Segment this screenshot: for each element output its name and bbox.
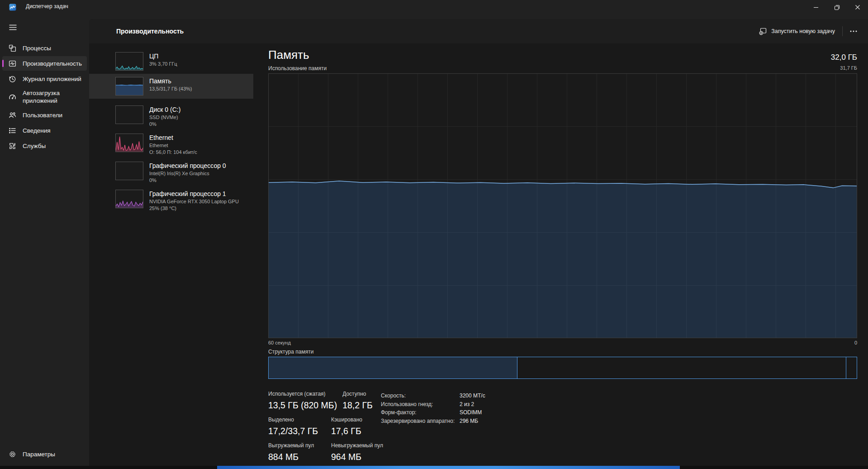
device-name: Диск 0 (C:) xyxy=(149,105,180,114)
device-name: ЦП xyxy=(149,52,177,60)
minimize-icon xyxy=(813,5,819,10)
sidebar-item-details[interactable]: Сведения xyxy=(2,123,87,138)
memory-usage-label: Использование памяти xyxy=(268,65,327,72)
x-axis-right-label: 0 xyxy=(854,340,857,345)
more-options-icon xyxy=(850,30,857,32)
processes-icon xyxy=(9,44,16,52)
device-detail: 0% xyxy=(149,121,180,127)
performance-icon xyxy=(9,60,16,67)
memory-hardware-info: Скорость: 3200 МТ/с Использовано гнезд: … xyxy=(381,392,485,425)
device-detail: 3% 3,70 ГГц xyxy=(149,61,177,67)
device-name: Память xyxy=(149,77,192,85)
sidebar-item-label: Журнал приложений xyxy=(23,75,81,83)
memory-panel: Память 32,0 ГБ Использование памяти 31,7… xyxy=(268,43,857,466)
sidebar: Процессы Производительность Журнал прило… xyxy=(0,14,89,466)
minimize-button[interactable] xyxy=(806,0,826,14)
memory-scale-max: 31,7 ГБ xyxy=(840,65,857,72)
stat-paged-pool: Выгружаемый пул 884 МБ xyxy=(268,442,331,463)
sidebar-item-label: Процессы xyxy=(23,44,51,52)
device-detail: 25% (38 °C) xyxy=(149,205,239,211)
device-detail: 13,5/31,7 ГБ (43%) xyxy=(149,86,192,92)
stat-cached: Кэшировано 17,6 ГБ xyxy=(331,416,362,437)
device-name: Ethernet xyxy=(149,134,197,142)
header-divider xyxy=(842,26,843,36)
sidebar-item-label: Службы xyxy=(23,142,46,150)
composition-segment-free xyxy=(846,357,857,378)
restore-icon xyxy=(834,5,840,10)
sidebar-item-label: Производительность xyxy=(23,60,82,67)
device-item-gpu0[interactable]: Графический процессор 0 Intel(R) Iris(R)… xyxy=(89,158,253,187)
device-detail: SSD (NVMe) xyxy=(149,114,180,120)
menu-button[interactable] xyxy=(5,20,21,34)
device-item-ethernet[interactable]: Ethernet Ethernet О: 56,0 П: 104 кбит/с xyxy=(89,130,253,158)
memory-title: Память xyxy=(268,48,309,62)
device-detail: NVIDIA GeForce RTX 3050 Laptop GPU xyxy=(149,198,239,205)
device-detail: 0% xyxy=(149,177,226,183)
close-icon xyxy=(855,5,860,10)
app-icon xyxy=(9,4,16,11)
memory-total-capacity: 32,0 ГБ xyxy=(831,53,857,62)
page-header: Производительность Запустить новую задач… xyxy=(89,19,868,43)
stat-in-use: Используется (сжатая) 13,5 ГБ (820 МБ) xyxy=(268,391,342,412)
device-item-gpu1[interactable]: Графический процессор 1 NVIDIA GeForce R… xyxy=(89,187,253,215)
cpu-sparkline xyxy=(115,52,143,71)
device-detail: Intel(R) Iris(R) Xe Graphics xyxy=(149,170,226,177)
sidebar-item-settings[interactable]: Параметры xyxy=(2,447,87,461)
services-icon xyxy=(9,142,16,150)
sidebar-item-label: Пользователи xyxy=(23,111,62,119)
sidebar-footer: Параметры xyxy=(0,446,89,462)
ethernet-sparkline xyxy=(115,134,143,152)
stat-committed: Выделено 17,2/33,7 ГБ xyxy=(268,416,331,437)
titlebar: Диспетчер задач xyxy=(0,0,868,14)
sidebar-item-label: Сведения xyxy=(23,127,51,134)
sidebar-nav: Процессы Производительность Журнал прило… xyxy=(0,40,89,154)
users-icon xyxy=(9,111,16,119)
new-task-icon xyxy=(759,28,767,35)
device-item-cpu[interactable]: ЦП 3% 3,70 ГГц xyxy=(89,49,253,74)
sidebar-item-label: Автозагрузка приложений xyxy=(23,89,72,105)
x-axis-left-label: 60 секунд xyxy=(268,340,291,345)
page-title: Производительность xyxy=(116,28,184,35)
memory-composition-label: Структура памяти xyxy=(268,349,857,355)
device-item-memory[interactable]: Память 13,5/31,7 ГБ (43%) xyxy=(89,74,253,99)
memory-stats: Используется (сжатая) 13,5 ГБ (820 МБ) Д… xyxy=(268,391,857,463)
sidebar-item-users[interactable]: Пользователи xyxy=(2,108,87,122)
close-button[interactable] xyxy=(847,0,868,14)
device-list: ЦП 3% 3,70 ГГц Память 13,5/31,7 ГБ (43%)… xyxy=(89,49,253,215)
window-controls xyxy=(806,0,868,14)
task-manager-window: Диспетчер задач Процессы xyxy=(0,0,868,466)
disk-sparkline xyxy=(115,105,143,124)
device-detail: О: 56,0 П: 104 кбит/с xyxy=(149,149,197,155)
device-name: Графический процессор 1 xyxy=(149,190,239,198)
details-icon xyxy=(9,127,16,134)
menu-icon xyxy=(9,24,17,30)
stat-non-paged-pool: Невыгружаемый пул 964 МБ xyxy=(331,442,383,463)
content-panel: Производительность Запустить новую задач… xyxy=(89,19,868,466)
sidebar-footer-label: Параметры xyxy=(23,450,55,458)
device-detail: Ethernet xyxy=(149,142,197,148)
composition-segment-in-use xyxy=(269,357,517,378)
sidebar-item-app-history[interactable]: Журнал приложений xyxy=(2,72,87,86)
window-title: Диспетчер задач xyxy=(26,3,68,10)
device-item-disk0[interactable]: Диск 0 (C:) SSD (NVMe) 0% xyxy=(89,102,253,130)
maximize-restore-button[interactable] xyxy=(826,0,847,14)
app-history-icon xyxy=(9,75,16,83)
memory-sparkline xyxy=(115,77,143,96)
device-name: Графический процессор 0 xyxy=(149,162,226,170)
memory-composition-bar xyxy=(268,357,857,379)
sidebar-item-services[interactable]: Службы xyxy=(2,139,87,153)
gpu0-sparkline xyxy=(115,162,143,180)
sidebar-item-performance[interactable]: Производительность xyxy=(2,56,87,71)
stat-available: Доступно 18,2 ГБ xyxy=(342,391,373,412)
more-options-button[interactable] xyxy=(845,25,862,38)
hw-slots-used: Использовано гнезд: 2 из 2 xyxy=(381,400,485,409)
run-new-task-button[interactable]: Запустить новую задачу xyxy=(754,24,840,38)
sidebar-item-startup-apps[interactable]: Автозагрузка приложений xyxy=(2,87,87,107)
sidebar-item-processes[interactable]: Процессы xyxy=(2,41,87,55)
settings-icon xyxy=(9,450,16,458)
hw-form-factor: Форм-фактор: SODIMM xyxy=(381,408,485,417)
gpu1-sparkline xyxy=(115,190,143,208)
composition-segment-standby xyxy=(517,357,846,378)
hw-speed: Скорость: 3200 МТ/с xyxy=(381,392,485,400)
memory-usage-area xyxy=(269,74,857,338)
